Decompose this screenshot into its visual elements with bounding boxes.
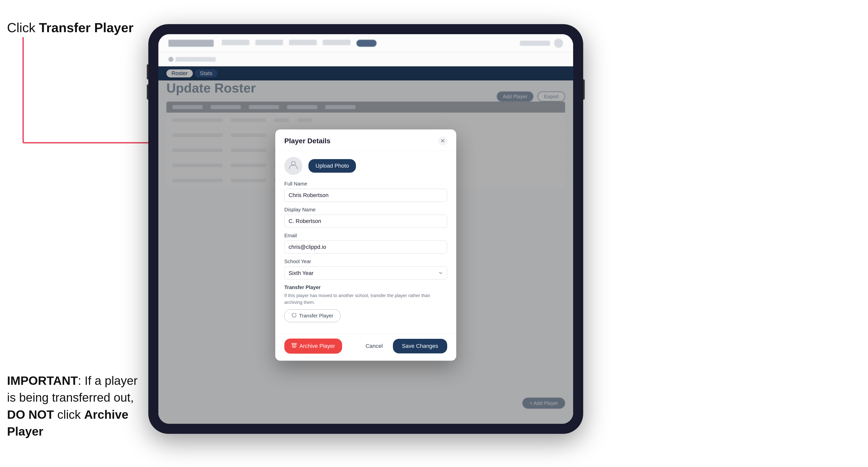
archive-player-label: Archive Player: [300, 343, 335, 349]
nav-logo: [168, 40, 214, 47]
main-content: Roster Stats Update Roster Add Player Ex…: [158, 66, 573, 424]
instruction-prefix: Click: [7, 20, 39, 35]
person-icon: [288, 160, 299, 172]
school-year-label: School Year: [284, 259, 447, 264]
nav-text-placeholder: [520, 41, 550, 46]
modal-close-button[interactable]: ✕: [438, 136, 447, 146]
display-name-group: Display Name: [284, 207, 447, 228]
nav-item-3: [289, 40, 317, 45]
transfer-player-button[interactable]: Transfer Player: [284, 309, 341, 322]
nav-item-1: [222, 40, 249, 45]
full-name-input[interactable]: [284, 189, 447, 202]
nav-item-active: [356, 40, 377, 47]
upload-photo-label: Upload Photo: [315, 163, 349, 169]
nav-item-2: [255, 40, 283, 45]
save-changes-label: Save Changes: [402, 343, 438, 349]
sub-nav-search: [168, 57, 216, 62]
modal-overlay: Player Details ✕: [158, 66, 573, 424]
cancel-button[interactable]: Cancel: [361, 339, 388, 353]
tablet-power-btn: [583, 80, 585, 99]
archive-player-button[interactable]: Archive Player: [284, 339, 342, 354]
footer-right: Cancel Save Changes: [361, 339, 447, 353]
cancel-label: Cancel: [366, 343, 382, 349]
display-name-label: Display Name: [284, 207, 447, 213]
avatar-placeholder: [284, 157, 302, 175]
photo-row: Upload Photo: [284, 157, 447, 175]
email-label: Email: [284, 233, 447, 239]
tablet-vol-down: [147, 85, 148, 99]
instruction-top: Click Transfer Player: [7, 20, 133, 35]
tablet-vol-up: [147, 64, 148, 80]
nav-items: [222, 40, 512, 47]
transfer-description: If this player has moved to another scho…: [284, 292, 447, 306]
email-input[interactable]: [284, 241, 447, 254]
tablet-screen: Roster Stats Update Roster Add Player Ex…: [158, 34, 573, 424]
top-nav: [158, 34, 573, 52]
full-name-label: Full Name: [284, 181, 447, 187]
save-changes-button[interactable]: Save Changes: [393, 339, 447, 353]
nav-item-4: [323, 40, 350, 45]
transfer-player-label: Transfer Player: [299, 313, 333, 319]
modal-body: Upload Photo Full Name Display Name: [275, 151, 456, 333]
transfer-title: Transfer Player: [284, 284, 447, 290]
nav-right: [520, 39, 563, 48]
modal-footer: Archive Player Cancel Save Changes: [275, 333, 456, 361]
player-details-modal: Player Details ✕: [275, 129, 456, 361]
sub-nav: [158, 52, 573, 66]
important-label: IMPORTANT: If a player is being transfer…: [7, 374, 137, 438]
nav-avatar: [554, 39, 563, 48]
upload-photo-button[interactable]: Upload Photo: [308, 159, 356, 173]
app-bg: Roster Stats Update Roster Add Player Ex…: [158, 34, 573, 424]
modal-title: Player Details: [284, 137, 331, 145]
display-name-input[interactable]: [284, 215, 447, 228]
modal-header: Player Details ✕: [275, 129, 456, 151]
tablet-device: Roster Stats Update Roster Add Player Ex…: [148, 24, 583, 434]
transfer-section: Transfer Player If this player has moved…: [284, 284, 447, 322]
school-year-select[interactable]: First Year Second Year Third Year Fourth…: [284, 267, 447, 280]
transfer-icon: [291, 313, 297, 319]
email-group: Email: [284, 233, 447, 254]
search-icon: [168, 57, 174, 62]
close-icon: ✕: [440, 138, 445, 144]
archive-icon: [291, 343, 297, 350]
full-name-group: Full Name: [284, 181, 447, 202]
instruction-bottom: IMPORTANT: If a player is being transfer…: [7, 372, 138, 440]
arrow-annotation: [11, 37, 167, 155]
sub-nav-text: [176, 57, 216, 62]
svg-rect-4: [292, 343, 297, 344]
school-year-group: School Year First Year Second Year Third…: [284, 259, 447, 280]
instruction-bold: Transfer Player: [39, 20, 133, 35]
